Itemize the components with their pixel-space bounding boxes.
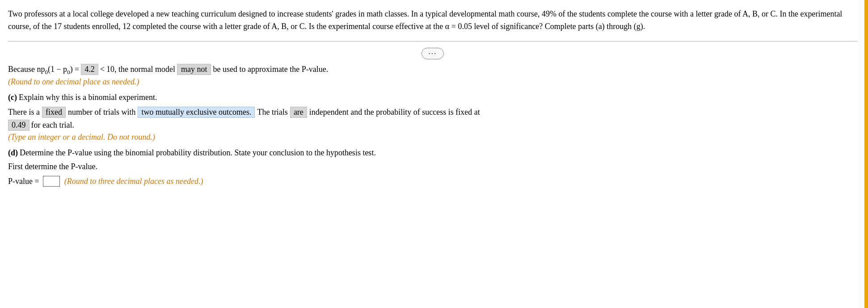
part-b-less-than: < <box>100 65 105 74</box>
part-d-first-determine-line: First determine the P-value. <box>8 162 857 171</box>
part-c-fixed-box: fixed <box>42 107 66 118</box>
part-b-hint: (Round to one decimal place as needed.) <box>8 77 139 87</box>
ellipsis-button[interactable]: ··· <box>421 48 443 59</box>
part-c-title-line: (c) Explain why this is a binomial exper… <box>8 93 857 102</box>
part-c-line2: 0.49 for each trial. <box>8 120 857 131</box>
part-b-suffix: be used to approximate the P-value. <box>213 65 328 74</box>
right-accent-border <box>864 0 868 308</box>
part-c-value-box: 0.49 <box>8 120 29 131</box>
part-b-section: Because np0(1 − p0) = 4.2 < 10, the norm… <box>8 64 857 87</box>
part-c-hint: (Type an integer or a decimal. Do not ro… <box>8 133 155 142</box>
horizontal-divider <box>8 41 857 42</box>
part-c-line1-suffix: independent and the probability of succe… <box>309 108 480 117</box>
part-d-pvalue-input[interactable] <box>43 176 60 187</box>
part-b-value-box: 4.2 <box>81 64 98 75</box>
part-c-are-box: are <box>290 107 307 118</box>
part-c-title: Explain why this is a binomial experimen… <box>19 93 157 102</box>
part-d-title: Determine the P-value using the binomial… <box>20 148 376 158</box>
part-c-label: (c) <box>8 93 17 102</box>
part-d-pvalue-label: P-value = <box>8 177 39 186</box>
part-c-line2-suffix: for each trial. <box>31 121 74 130</box>
part-b-threshold: 10, the normal model <box>106 65 175 74</box>
part-d-section: (d) Determine the P-value using the bino… <box>8 148 857 187</box>
part-b-hint-line: (Round to one decimal place as needed.) <box>8 77 857 87</box>
part-b-may-not-box: may not <box>177 64 211 75</box>
part-c-outcomes-box: two mutually exclusive outcomes. <box>138 107 255 118</box>
part-c-prefix: There is a <box>8 108 40 117</box>
intro-paragraph: Two professors at a local college develo… <box>8 8 848 33</box>
part-c-hint-line: (Type an integer or a decimal. Do not ro… <box>8 133 857 142</box>
part-b-prefix: Because np0(1 − p0) = <box>8 65 79 76</box>
part-c-section: (c) Explain why this is a binomial exper… <box>8 93 857 142</box>
part-c-middle: number of trials with <box>68 108 135 117</box>
part-b-line: Because np0(1 − p0) = 4.2 < 10, the norm… <box>8 64 857 76</box>
part-c-trials-prefix: The trials <box>257 108 287 117</box>
part-c-line1: There is a fixed number of trials with t… <box>8 107 857 118</box>
part-d-pvalue-hint: (Round to three decimal places as needed… <box>64 177 203 186</box>
part-d-title-line: (d) Determine the P-value using the bino… <box>8 148 857 158</box>
part-d-first-determine: First determine the P-value. <box>8 162 97 171</box>
part-d-label: (d) <box>8 148 18 158</box>
intro-text: Two professors at a local college develo… <box>8 9 842 31</box>
part-d-pvalue-line: P-value = (Round to three decimal places… <box>8 176 857 187</box>
